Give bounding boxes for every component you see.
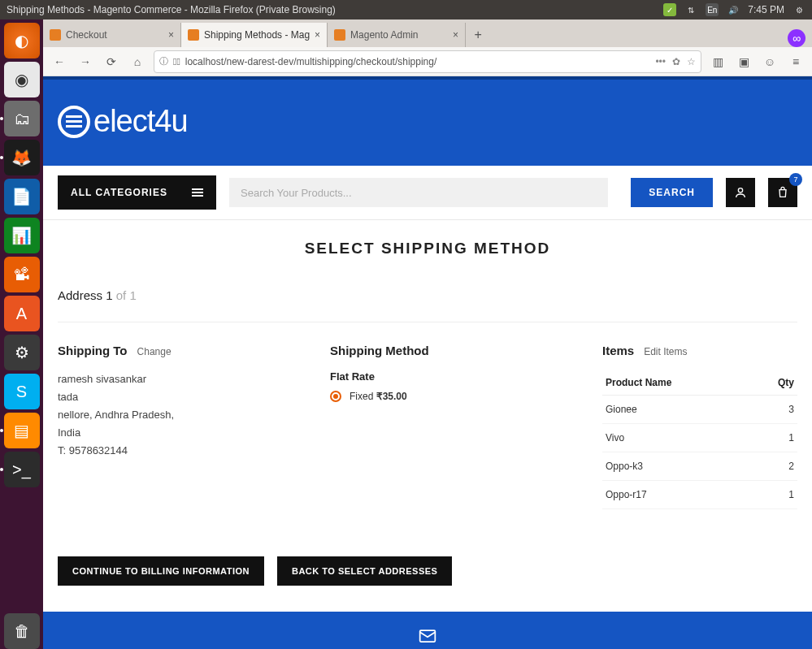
forward-button[interactable]: → (76, 52, 95, 71)
tab-magento-admin[interactable]: Magento Admin × (328, 23, 466, 47)
col-product-name: Product Name (602, 370, 751, 396)
back-button[interactable]: ← (50, 52, 69, 71)
continue-button[interactable]: CONTINUE TO BILLING INFORMATION (58, 556, 264, 586)
page-title: SELECT SHIPPING METHOD (43, 220, 812, 283)
all-categories-label: ALL CATEGORIES (71, 187, 167, 198)
tracker-icon: 🛡̷ (173, 56, 180, 67)
action-bar: CONTINUE TO BILLING INFORMATION BACK TO … (43, 530, 812, 612)
close-icon[interactable]: × (315, 29, 320, 41)
edit-items-link[interactable]: Edit Items (644, 346, 687, 357)
library-icon[interactable]: ▥ (708, 52, 727, 71)
address-block: ramesh sivasankar tada nellore, Andhra P… (58, 370, 314, 460)
window-title: Shipping Methods - Magento Commerce - Mo… (7, 4, 336, 15)
url-bar[interactable]: ⓘ 🛡̷ localhost/new-darest-dev/multishipp… (154, 50, 701, 73)
power-icon[interactable]: ⚙ (792, 3, 805, 16)
favicon-icon (50, 29, 61, 41)
cart-badge: 7 (789, 173, 802, 186)
svg-rect-1 (420, 630, 436, 642)
tab-label: Magento Admin (350, 29, 418, 41)
launcher-chrome[interactable]: ◉ (4, 62, 40, 97)
person-icon (734, 186, 747, 199)
browser-tabbar: Checkout × Shipping Methods - Mag × Mage… (43, 19, 812, 47)
bookmark-icon[interactable]: ☆ (687, 56, 696, 67)
bag-icon (776, 186, 789, 199)
favicon-icon (188, 29, 199, 41)
search-input[interactable] (229, 178, 608, 207)
os-top-bar: Shipping Methods - Magento Commerce - Mo… (0, 0, 812, 19)
menu-lines-icon (192, 192, 203, 193)
launcher-firefox[interactable]: 🦊 (4, 140, 40, 175)
launcher-impress[interactable]: 📽 (4, 257, 40, 292)
launcher-skype[interactable]: S (4, 374, 40, 409)
nav-subbar: ALL CATEGORIES SEARCH 7 (43, 166, 812, 220)
items-table: Product Name Qty Gionee3 Vivo1 Oppo-k32 … (602, 370, 797, 509)
clock[interactable]: 7:45 PM (748, 4, 784, 15)
items-heading: Items (602, 344, 634, 357)
shipping-method-group: Flat Rate (330, 370, 586, 383)
address-index: Address 1 of 1 (58, 283, 797, 322)
change-address-link[interactable]: Change (137, 346, 172, 357)
col-qty: Qty (751, 370, 797, 396)
tab-label: Checkout (66, 29, 107, 41)
launcher-terminal[interactable]: >_ (4, 452, 40, 487)
ubuntu-launcher: ◐ ◉ 🗂 🦊 📄 📊 📽 A ⚙ S ▤ >_ 🗑 (0, 19, 43, 649)
status-ok-icon: ✓ (663, 3, 676, 16)
home-button[interactable]: ⌂ (128, 52, 147, 71)
launcher-files[interactable]: 🗂 (4, 101, 40, 136)
all-categories-button[interactable]: ALL CATEGORIES (58, 175, 216, 210)
network-icon: ⇅ (684, 3, 697, 16)
site-logo[interactable]: elect4u (58, 104, 188, 139)
launcher-trash[interactable]: 🗑 (4, 613, 40, 649)
page-viewport[interactable]: elect4u ALL CATEGORIES SEARCH 7 (43, 76, 812, 649)
info-icon[interactable]: ⓘ (159, 55, 168, 67)
back-button-page[interactable]: BACK TO SELECT ADDRESSES (277, 556, 452, 586)
browser-navbar: ← → ⟳ ⌂ ⓘ 🛡̷ localhost/new-darest-dev/mu… (43, 47, 812, 76)
launcher-calc[interactable]: 📊 (4, 218, 40, 253)
account-button[interactable] (726, 178, 755, 207)
table-row: Oppo-k32 (602, 452, 797, 481)
tab-shipping-methods[interactable]: Shipping Methods - Mag × (181, 23, 328, 47)
table-row: Oppo-r171 (602, 481, 797, 509)
launcher-writer[interactable]: 📄 (4, 179, 40, 214)
search-button[interactable]: SEARCH (631, 178, 713, 207)
browser-window: Checkout × Shipping Methods - Mag × Mage… (43, 19, 812, 649)
new-tab-button[interactable]: + (466, 23, 490, 47)
svg-point-0 (738, 188, 742, 193)
shipping-method-heading: Shipping Method (330, 344, 429, 357)
radio-selected-icon (330, 391, 341, 402)
sidebar-icon[interactable]: ▣ (734, 52, 753, 71)
site-header: elect4u (43, 76, 812, 166)
close-icon[interactable]: × (168, 29, 174, 41)
reload-button[interactable]: ⟳ (102, 52, 121, 71)
launcher-dash[interactable]: ◐ (4, 23, 40, 58)
launcher-sublime[interactable]: ▤ (4, 413, 40, 448)
tab-checkout[interactable]: Checkout × (43, 23, 181, 47)
private-browsing-icon: ∞ (788, 29, 805, 47)
account-icon[interactable]: ☺ (760, 52, 779, 71)
reader-icon[interactable]: ✿ (672, 56, 680, 67)
table-row: Vivo1 (602, 424, 797, 452)
shipping-to-heading: Shipping To (58, 344, 128, 357)
footer-strip (43, 612, 812, 649)
launcher-settings[interactable]: ⚙ (4, 335, 40, 370)
favicon-icon (334, 29, 345, 41)
table-row: Gionee3 (602, 396, 797, 424)
menu-icon[interactable]: ≡ (786, 52, 805, 71)
more-icon[interactable]: ••• (655, 56, 666, 67)
tab-label: Shipping Methods - Mag (204, 29, 310, 41)
items-column: Items Edit Items Product Name Qty Gionee… (602, 344, 797, 509)
cart-button[interactable]: 7 (768, 178, 797, 207)
launcher-software[interactable]: A (4, 296, 40, 331)
logo-text: elect4u (93, 104, 188, 139)
language-indicator[interactable]: En (706, 3, 719, 16)
shipping-to-column: Shipping To Change ramesh sivasankar tad… (58, 344, 314, 509)
volume-icon[interactable]: 🔊 (727, 3, 740, 16)
url-text: localhost/new-darest-dev/multishipping/c… (185, 56, 651, 67)
close-icon[interactable]: × (453, 29, 458, 41)
shipping-option-flat-rate[interactable]: Fixed ₹35.00 (330, 391, 586, 402)
newsletter-icon (416, 625, 439, 647)
shipping-method-column: Shipping Method Flat Rate Fixed ₹35.00 (330, 344, 586, 509)
logo-icon (58, 106, 90, 138)
